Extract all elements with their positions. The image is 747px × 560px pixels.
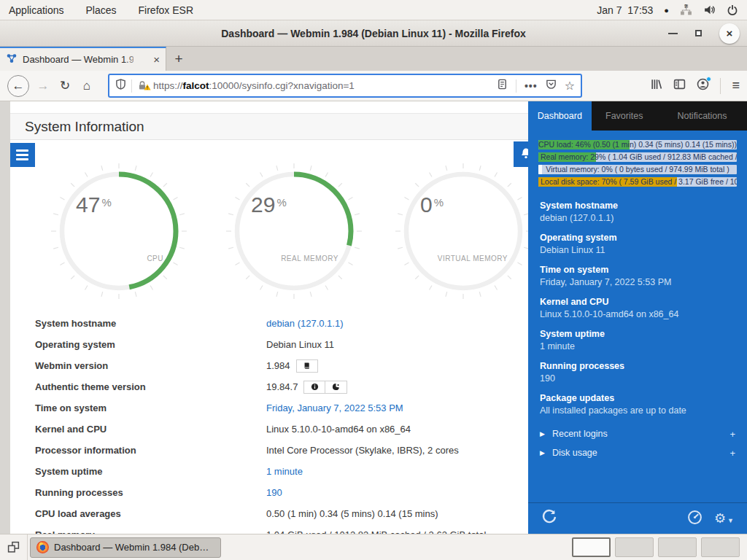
caret-right-icon: ▶: [540, 430, 545, 438]
gauge-virtual-memory: 0% VIRTUAL MEMORY: [394, 162, 528, 300]
workspace-2[interactable]: [615, 537, 654, 557]
real-memory-bar[interactable]: Real memory: 29% ( 1.04 GiB used / 912.8…: [538, 152, 737, 162]
workspace-switcher: [572, 537, 740, 557]
disk-space-bar[interactable]: Local disk space: 70% ( 7.59 GiB used / …: [538, 177, 737, 187]
gauge-real-memory-label: REAL MEMORY: [281, 254, 338, 262]
list-item: Package updatesAll installed packages ar…: [540, 392, 735, 417]
forward-button[interactable]: →: [32, 75, 54, 97]
tab-title-fade: [123, 48, 145, 71]
tracking-shield-icon[interactable]: [115, 79, 126, 93]
page-actions-icon[interactable]: •••: [525, 80, 538, 92]
home-button[interactable]: ⌂: [76, 75, 98, 97]
sidebar-hamburger-button[interactable]: [10, 143, 35, 167]
firefox-icon: [36, 541, 49, 553]
hostname-link[interactable]: debian (127.0.1.1): [266, 318, 344, 329]
browser-tab-dashboard[interactable]: Dashboard — Webmin 1.984 (Debian Linux 1…: [0, 47, 166, 71]
reader-mode-icon[interactable]: [497, 79, 508, 93]
system-uptime-link[interactable]: 1 minute: [266, 466, 303, 477]
table-row: Running processes190: [25, 482, 528, 503]
tab-bar: Dashboard — Webmin 1.984 (Debian Linux 1…: [0, 47, 747, 71]
tab-favorites[interactable]: Favorites: [592, 101, 657, 131]
tab-notifications[interactable]: Notifications: [657, 101, 747, 131]
pocket-icon[interactable]: [546, 79, 557, 93]
running-processes-link[interactable]: 190: [266, 487, 282, 498]
volume-icon[interactable]: [703, 4, 716, 16]
theme-palette-button[interactable]: [325, 381, 347, 394]
table-row: System uptime1 minute: [25, 461, 528, 482]
list-item: Kernel and CPULinux 5.10.0-10-amd64 on x…: [540, 296, 735, 321]
library-icon[interactable]: [650, 78, 662, 93]
firefox-esr-menu[interactable]: Firefox ESR: [139, 4, 193, 16]
insecure-lock-icon[interactable]: [137, 80, 148, 91]
table-row: Authentic theme version19.84.7: [25, 376, 528, 397]
gauge-real-memory: 29% REAL MEMORY: [225, 162, 363, 300]
gauge-real-memory-value: 29%: [251, 192, 287, 217]
gauge-cpu: 47% CPU: [50, 162, 188, 300]
tab-dashboard[interactable]: Dashboard: [528, 101, 592, 131]
new-tab-button[interactable]: +: [166, 47, 191, 71]
table-row: System hostnamedebian (127.0.1.1): [25, 313, 528, 334]
workspace-3[interactable]: [658, 537, 697, 557]
url-text[interactable]: https://falcot:10000/sysinfo.cgi?xnaviga…: [153, 80, 492, 91]
places-menu[interactable]: Places: [86, 4, 117, 16]
power-icon[interactable]: [727, 4, 738, 16]
bell-icon: [520, 147, 528, 162]
bookmark-star-icon[interactable]: ☆: [565, 79, 575, 93]
list-item: System hostnamedebian (127.0.1.1): [540, 200, 735, 225]
gauge-virtual-memory-label: VIRTUAL MEMORY: [438, 254, 508, 262]
applications-menu[interactable]: Applications: [9, 4, 64, 16]
virtual-memory-bar[interactable]: Virtual memory: 0% ( 0 bytes used / 974.…: [538, 165, 737, 174]
clock[interactable]: Jan 7 17:53: [597, 4, 653, 16]
taskbar-window-button[interactable]: Dashboard — Webmin 1.984 (Deb…: [30, 537, 221, 558]
navigation-toolbar: ← → ↻ ⌂ https://falcot:10000/sysinfo.cgi…: [0, 71, 747, 101]
reload-button[interactable]: ↻: [54, 75, 76, 97]
sidebar-tabs: Dashboard Favorites Notifications: [528, 101, 747, 131]
security-warning-icon: [144, 80, 151, 93]
gauge-virtual-memory-value: 0%: [420, 192, 444, 217]
minimize-button[interactable]: [668, 33, 678, 34]
cpu-load-bar[interactable]: CPU load: 46% (0.50 (1 min) 0.34 (5 mins…: [538, 140, 737, 149]
webmin-changelog-button[interactable]: [296, 359, 318, 373]
account-notification-dot: [706, 77, 711, 82]
time-on-system-link[interactable]: Friday, January 7, 2022 5:53 PM: [266, 402, 403, 413]
firefox-titlebar[interactable]: Dashboard — Webmin 1.984 (Debian Linux 1…: [0, 20, 747, 47]
account-icon[interactable]: [697, 78, 709, 93]
expand-plus-icon[interactable]: +: [729, 429, 735, 440]
network-status-icon[interactable]: ?: [680, 4, 692, 16]
menu-hamburger-icon[interactable]: ≡: [732, 78, 740, 93]
back-button[interactable]: ←: [7, 75, 29, 97]
webmin-favicon-icon: [6, 52, 18, 67]
settings-gear-icon[interactable]: ⚙▼: [714, 510, 734, 526]
recent-logins-toggle[interactable]: ▶ Recent logins +: [528, 424, 747, 443]
theme-info-button[interactable]: [303, 381, 325, 394]
window-title: Dashboard — Webmin 1.984 (Debian Linux 1…: [0, 28, 747, 39]
page-title: System Information: [25, 119, 144, 135]
gauge-cpu-label: CPU: [147, 254, 163, 262]
table-row: Time on systemFriday, January 7, 2022 5:…: [25, 397, 528, 419]
list-item: Running processes190: [540, 360, 735, 385]
list-item: Operating systemDebian Linux 11: [540, 232, 735, 257]
sidebar-toggle-icon[interactable]: [673, 78, 686, 93]
table-row: CPU load averages0.50 (1 min) 0.34 (5 mi…: [25, 503, 528, 524]
list-item: System uptime1 minute: [540, 328, 735, 353]
status-dot-icon[interactable]: ●: [664, 6, 669, 15]
table-row: Processor informationIntel Core Processo…: [25, 440, 528, 461]
sidebar-footer: ⚙▼: [528, 502, 747, 534]
webmin-content: System Information 47% CPU: [10, 101, 528, 534]
maximize-button[interactable]: [695, 30, 702, 36]
refresh-icon[interactable]: [541, 509, 557, 528]
disk-usage-toggle[interactable]: ▶ Disk usage +: [528, 443, 747, 462]
close-button[interactable]: ×: [719, 23, 740, 44]
workspace-1[interactable]: [572, 537, 611, 557]
show-desktop-button[interactable]: [0, 534, 28, 560]
tab-close-icon[interactable]: ×: [153, 53, 160, 66]
speedometer-icon[interactable]: [687, 510, 703, 528]
system-info-table: System hostnamedebian (127.0.1.1) Operat…: [25, 313, 528, 534]
workspace-4[interactable]: [701, 537, 740, 557]
expand-plus-icon[interactable]: +: [729, 448, 735, 459]
list-item: Time on systemFriday, January 7, 2022 5:…: [540, 264, 735, 289]
url-bar[interactable]: https://falcot:10000/sysinfo.cgi?xnaviga…: [108, 74, 582, 98]
gnome-top-bar: Applications Places Firefox ESR Jan 7 17…: [0, 0, 747, 20]
gnome-taskbar: Dashboard — Webmin 1.984 (Deb…: [0, 534, 747, 560]
svg-text:?: ?: [684, 4, 687, 9]
